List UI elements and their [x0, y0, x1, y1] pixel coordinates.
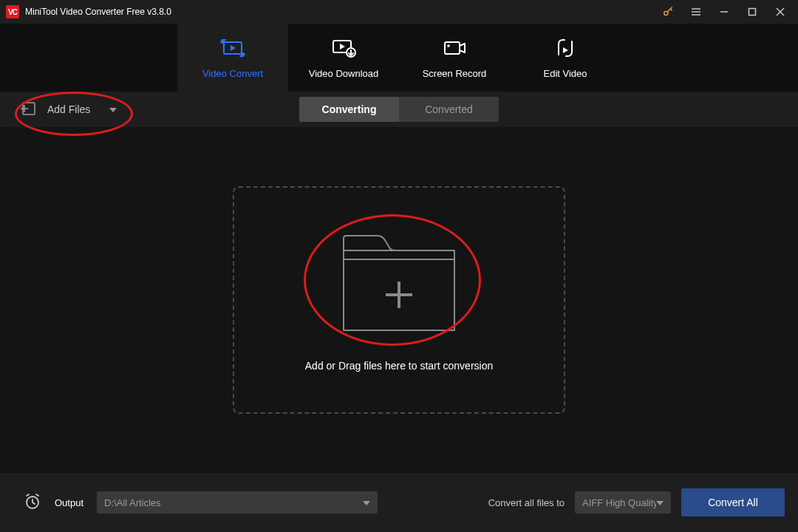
dropzone-hint: Add or Drag files here to start conversi…: [305, 360, 493, 372]
convert-target-select[interactable]: AIFF High Quality: [575, 491, 671, 514]
tab-label: Video Download: [309, 68, 378, 79]
close-icon[interactable]: [774, 6, 786, 18]
svg-rect-13: [445, 42, 460, 54]
maximize-icon[interactable]: [746, 6, 758, 18]
output-path-value: D:\All Articles: [104, 497, 161, 508]
chevron-down-icon: [363, 497, 370, 508]
convert-target-value: AIFF High Quality: [582, 497, 656, 508]
chevron-down-icon: [656, 497, 664, 508]
convert-all-button-label: Convert All: [708, 497, 758, 508]
edit-icon: [554, 37, 576, 59]
status-segment: Converting Converted: [299, 97, 499, 122]
convert-icon: [220, 37, 245, 59]
tab-screen-record[interactable]: Screen Record: [399, 24, 510, 92]
output-path-select[interactable]: D:\All Articles: [97, 491, 378, 514]
menu-icon[interactable]: [690, 6, 702, 18]
add-file-icon: [21, 100, 37, 119]
svg-marker-26: [363, 501, 370, 505]
svg-marker-27: [656, 501, 664, 505]
footer-bar: Output D:\All Articles Convert all files…: [0, 473, 798, 532]
main-pane: Add or Drag files here to start conversi…: [0, 127, 798, 473]
add-files-button[interactable]: Add Files: [21, 100, 117, 119]
app-title: MiniTool Video Converter Free v3.8.0: [25, 7, 171, 17]
segment-converting[interactable]: Converting: [299, 97, 399, 122]
key-icon[interactable]: [662, 6, 674, 18]
tab-video-convert[interactable]: Video Convert: [177, 24, 288, 92]
tab-label: Edit Video: [543, 68, 587, 79]
segment-label: Converted: [425, 103, 473, 115]
svg-marker-16: [563, 47, 568, 53]
segment-converted[interactable]: Converted: [399, 97, 499, 122]
svg-marker-11: [340, 44, 345, 50]
convert-all-button[interactable]: Convert All: [681, 488, 785, 516]
clock-icon[interactable]: [24, 493, 41, 513]
minimize-icon[interactable]: [718, 6, 730, 18]
title-bar: VC MiniTool Video Converter Free v3.8.0: [0, 0, 798, 24]
record-icon: [442, 37, 467, 59]
svg-rect-5: [749, 9, 756, 16]
svg-marker-9: [231, 45, 236, 51]
tab-video-download[interactable]: Video Download: [288, 24, 399, 92]
add-files-label: Add Files: [47, 103, 90, 115]
action-bar: Add Files Converting Converted: [0, 92, 798, 127]
main-tabs: Video Convert Video Download Screen Reco…: [0, 24, 798, 92]
svg-rect-21: [344, 250, 454, 259]
svg-point-15: [447, 44, 450, 47]
app-logo: VC: [6, 5, 19, 18]
folder-add-icon: [336, 228, 462, 342]
convert-all-to-label: Convert all files to: [488, 497, 565, 508]
svg-marker-14: [460, 44, 465, 52]
dropzone[interactable]: Add or Drag files here to start conversi…: [233, 186, 565, 414]
tab-label: Screen Record: [423, 68, 487, 79]
tab-label: Video Convert: [202, 68, 263, 79]
segment-label: Converting: [322, 103, 377, 115]
download-icon: [331, 37, 356, 59]
output-label: Output: [55, 497, 83, 508]
tab-edit-video[interactable]: Edit Video: [510, 24, 621, 92]
chevron-down-icon: [109, 103, 117, 115]
svg-marker-20: [109, 108, 117, 112]
